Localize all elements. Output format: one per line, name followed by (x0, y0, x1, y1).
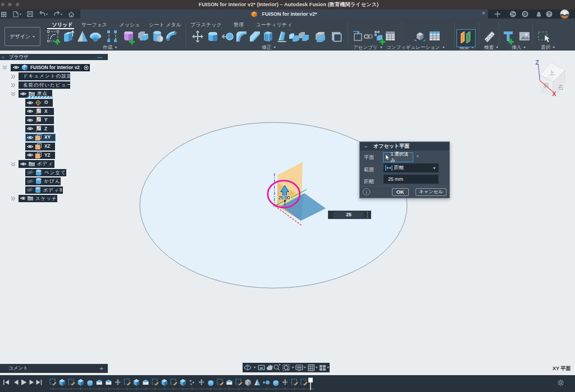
svg-text:X: X (553, 90, 556, 97)
svg-text:?: ? (547, 11, 551, 17)
svg-text:Z: Z (536, 59, 540, 66)
svg-text:25.00: 25.00 (279, 195, 290, 200)
svg-text:右: 右 (558, 83, 565, 91)
